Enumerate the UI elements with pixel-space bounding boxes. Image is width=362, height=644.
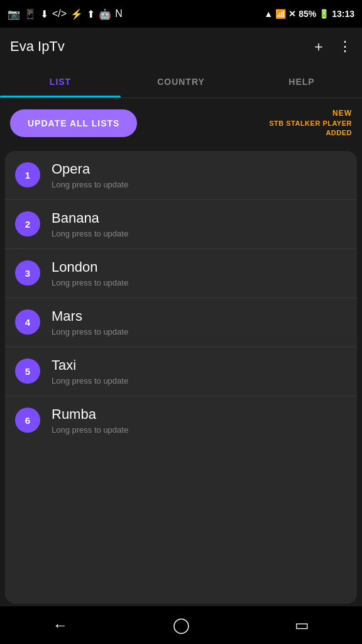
- item-name-rumba: Rumba: [52, 406, 347, 423]
- tab-bar: LIST COUNTRY HELP: [0, 65, 362, 98]
- list-item[interactable]: 1 Opera Long press to update: [5, 151, 357, 200]
- more-options-button[interactable]: ⋮: [338, 38, 352, 55]
- item-number-2: 2: [15, 211, 40, 236]
- recents-button[interactable]: ▭: [282, 611, 322, 639]
- promo-new-label: NEW: [269, 108, 352, 119]
- x-signal-icon: ✕: [288, 9, 296, 19]
- list-item[interactable]: 2 Banana Long press to update: [5, 200, 357, 249]
- battery-level: 85%: [299, 9, 316, 19]
- add-button[interactable]: ＋: [312, 37, 326, 56]
- content-area: UPDATE ALL LISTS NEW STB STALKER PLAYER …: [0, 98, 362, 606]
- status-icons-left: 📷 📱 ⬇ </> ⚡ ⬆ 🤖 N: [8, 8, 123, 20]
- item-hint-opera: Long press to update: [52, 180, 347, 189]
- item-number-1: 1: [15, 162, 40, 187]
- status-icons-right: ▲ 📶 ✕ 85% 🔋 13:13: [264, 9, 354, 19]
- promo-detail-line1: STB STALKER PLAYER: [269, 119, 352, 128]
- item-number-3: 3: [15, 260, 40, 286]
- nfc-icon: N: [115, 8, 123, 19]
- app-bar: Eva IpTv ＋ ⋮: [0, 28, 362, 65]
- update-all-lists-button[interactable]: UPDATE ALL LISTS: [10, 109, 137, 137]
- item-name-opera: Opera: [52, 161, 347, 177]
- status-bar: 📷 📱 ⬇ </> ⚡ ⬆ 🤖 N ▲ 📶 ✕ 85% 🔋 13:13: [0, 0, 362, 28]
- item-text-opera: Opera Long press to update: [52, 161, 347, 189]
- promo-text: NEW STB STALKER PLAYER ADDED: [269, 108, 352, 138]
- promo-detail-line2: ADDED: [269, 128, 352, 138]
- android-icon: 🤖: [99, 8, 111, 20]
- app-title: Eva IpTv: [10, 38, 65, 55]
- back-button[interactable]: ←: [40, 611, 80, 639]
- camera-icon: 📷: [8, 8, 20, 20]
- playlist-list: 1 Opera Long press to update 2 Banana Lo…: [5, 151, 357, 604]
- tab-list[interactable]: LIST: [0, 65, 121, 97]
- item-number-6: 6: [15, 408, 40, 433]
- home-button[interactable]: ◯: [160, 611, 202, 639]
- item-name-london: London: [52, 259, 347, 275]
- item-text-banana: Banana Long press to update: [52, 210, 347, 238]
- item-number-4: 4: [15, 309, 40, 335]
- signal-icon: 📶: [275, 9, 286, 19]
- list-item[interactable]: 4 Mars Long press to update: [5, 298, 357, 347]
- item-text-taxi: Taxi Long press to update: [52, 357, 347, 386]
- code-icon: </>: [52, 8, 67, 19]
- time-display: 13:13: [332, 9, 354, 19]
- item-text-london: London Long press to update: [52, 259, 347, 287]
- tab-help[interactable]: HELP: [241, 65, 362, 97]
- tab-country[interactable]: COUNTRY: [121, 65, 241, 97]
- upload-icon: ⬆: [87, 8, 95, 20]
- item-text-rumba: Rumba Long press to update: [52, 406, 347, 435]
- action-row: UPDATE ALL LISTS NEW STB STALKER PLAYER …: [0, 98, 362, 148]
- item-hint-rumba: Long press to update: [52, 425, 347, 435]
- item-hint-london: Long press to update: [52, 278, 347, 287]
- item-name-banana: Banana: [52, 210, 347, 226]
- item-name-mars: Mars: [52, 308, 347, 325]
- usb-icon: ⚡: [70, 8, 83, 20]
- list-item[interactable]: 3 London Long press to update: [5, 249, 357, 298]
- item-text-mars: Mars Long press to update: [52, 308, 347, 336]
- phone-icon: 📱: [24, 8, 36, 20]
- wifi-icon: ▲: [264, 9, 273, 19]
- item-name-taxi: Taxi: [52, 357, 347, 374]
- list-item[interactable]: 5 Taxi Long press to update: [5, 347, 357, 396]
- app-bar-actions: ＋ ⋮: [312, 37, 352, 56]
- item-hint-taxi: Long press to update: [52, 376, 347, 386]
- item-number-5: 5: [15, 358, 40, 384]
- item-hint-banana: Long press to update: [52, 229, 347, 238]
- bottom-nav: ← ◯ ▭: [0, 606, 362, 644]
- list-item[interactable]: 6 Rumba Long press to update: [5, 396, 357, 445]
- item-hint-mars: Long press to update: [52, 327, 347, 336]
- download-icon: ⬇: [40, 8, 48, 20]
- battery-icon: 🔋: [319, 9, 329, 19]
